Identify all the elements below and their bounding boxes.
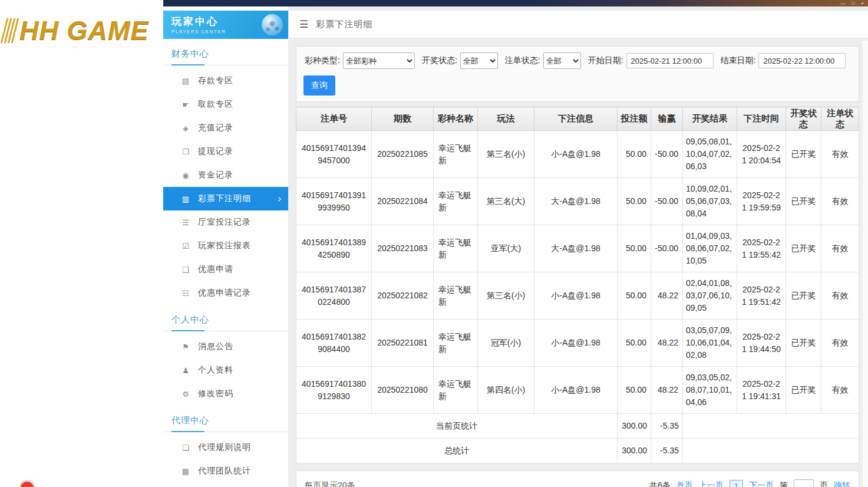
content-header: ☰ 彩票下注明细	[289, 11, 868, 38]
sidebar-item-change-password[interactable]: ⚙修改密码	[163, 382, 288, 406]
cell-bet_status: 有效	[821, 178, 859, 225]
jump-button[interactable]: 跳转	[834, 481, 850, 487]
main-content: ☰ 彩票下注明细 彩种类型: 全部彩种 开奖状态: 全部 注单状态: 全部 开始…	[289, 6, 868, 487]
cell-draw_status: 已开奖	[786, 131, 821, 178]
funds-records-icon: ◉	[181, 171, 190, 180]
cell-lottery: 幸运飞艇新	[434, 178, 478, 225]
minimize-button[interactable]: —	[840, 1, 845, 6]
end-date-input[interactable]	[758, 53, 846, 68]
query-button[interactable]: 查询	[303, 75, 335, 96]
sidebar-item-player-bet-report[interactable]: ☑玩家投注报表	[163, 234, 288, 258]
cell-time: 2025-02-21 19:44:50	[737, 320, 786, 367]
filter-row: 彩种类型: 全部彩种 开奖状态: 全部 注单状态: 全部 开始日期: 结束日期:	[303, 52, 852, 69]
jump-page-prefix: 第	[780, 481, 788, 487]
summary-amount: 300.00	[618, 414, 651, 439]
table-row: 40156917401389425089020250221083幸运飞艇新亚军(…	[296, 225, 859, 272]
cell-period: 20250221082	[372, 272, 434, 320]
lottery-type-select[interactable]: 全部彩种	[343, 52, 415, 69]
sidebar-item-withdraw-zone[interactable]: ☛取款专区	[163, 93, 288, 116]
cell-time: 2025-02-21 19:51:42	[737, 272, 786, 320]
sidebar-item-label: 代理团队统计	[198, 466, 251, 476]
cell-amount: 50.00	[618, 178, 651, 225]
recharge-records-icon: ◈	[181, 124, 190, 133]
sidebar-item-recharge-records[interactable]: ◈充值记录	[163, 116, 288, 140]
lottery-type-label: 彩种类型:	[305, 55, 340, 66]
summary-amount: 300.00	[618, 439, 651, 463]
menu-toggle-icon[interactable]: ☰	[299, 18, 308, 31]
cell-lottery: 幸运飞艇新	[434, 131, 478, 178]
cell-result: 10,09,02,01,05,06,07,03,08,04	[683, 178, 737, 225]
close-button[interactable]: ×	[861, 1, 864, 6]
cell-bet_no: 401569174013809129830	[296, 367, 372, 414]
sidebar-section-title: 个人中心	[163, 305, 288, 331]
sidebar-item-lottery-bet-details[interactable]: ▥彩票下注明细›	[163, 187, 288, 210]
cell-info: 大-A盘@1.98	[534, 178, 618, 225]
sidebar-section-title: 代理中心	[163, 406, 288, 432]
cell-result: 02,04,01,08,03,07,06,10,09,05	[683, 272, 737, 320]
cell-play: 冠军(小)	[478, 320, 534, 367]
sidebar-item-promo-application[interactable]: ❑优惠申请	[163, 258, 288, 281]
column-header-bet_status: 注单状态	[821, 107, 859, 131]
bet-status-select[interactable]: 全部	[543, 52, 581, 69]
agent-rules-icon: ❏	[181, 443, 190, 452]
cell-lottery: 幸运飞艇新	[434, 367, 478, 414]
sidebar-item-withdrawal-records[interactable]: ❒提现记录	[163, 140, 288, 163]
start-date-input[interactable]	[626, 53, 714, 68]
cell-bet_status: 有效	[821, 367, 859, 414]
sidebar-item-funds-records[interactable]: ◉资金记录	[163, 163, 288, 187]
floating-badge-icon[interactable]	[19, 480, 35, 487]
sidebar-section-title: 财务中心	[163, 39, 288, 65]
brand-logo: HH GAME	[4, 15, 149, 46]
cell-result: 09,03,05,02,08,07,10,01,04,06	[683, 367, 737, 414]
cell-winloss: 48.22	[651, 272, 683, 320]
scrollbar-track[interactable]	[863, 41, 868, 487]
chevron-right-icon: ›	[278, 193, 281, 204]
pagination-bar: 每页显示20条 共6条 首页 上一页 1 下一页 第 页 跳转	[296, 470, 859, 487]
message-announcements-icon: ⚑	[181, 343, 190, 351]
filter-panel: 彩种类型: 全部彩种 开奖状态: 全部 注单状态: 全部 开始日期: 结束日期:…	[296, 46, 859, 102]
sidebar-item-label: 优惠申请记录	[198, 288, 251, 298]
sidebar-item-deposit-zone[interactable]: ▤存款专区	[163, 69, 288, 93]
sidebar-item-promo-application-records[interactable]: ☷优惠申请记录	[163, 281, 288, 305]
promo-application-records-icon: ☷	[181, 289, 190, 298]
sidebar: 玩家中心 PLAYERS CENTER 财务中心▤存款专区☛取款专区◈充值记录❒…	[163, 6, 289, 487]
filter-button-row: 查询	[303, 75, 852, 96]
sidebar-item-hall-bet-records[interactable]: ☰厅室投注记录	[163, 210, 288, 234]
table-row: 40156917401394945700020250221085幸运飞艇新第三名…	[296, 131, 859, 178]
prev-page-link[interactable]: 上一页	[699, 481, 724, 487]
cell-info: 小-A盘@1.98	[534, 272, 618, 320]
agent-team-stats-icon: ▦	[181, 467, 190, 476]
current-page-indicator[interactable]: 1	[730, 480, 743, 487]
draw-status-select[interactable]: 全部	[460, 52, 498, 69]
cell-draw_status: 已开奖	[786, 225, 821, 272]
cell-play: 亚军(大)	[478, 225, 534, 272]
top-strip: — □ ×	[159, 0, 868, 6]
cell-bet_status: 有效	[821, 225, 859, 272]
sidebar-item-message-announcements[interactable]: ⚑消息公告	[163, 335, 288, 358]
sidebar-item-label: 个人资料	[198, 365, 233, 376]
table-row: 40156917401382908440020250221081幸运飞艇新冠军(…	[296, 320, 859, 367]
cell-time: 2025-02-21 19:55:42	[737, 225, 786, 272]
withdraw-zone-icon: ☛	[181, 100, 190, 109]
cell-play: 第三名(小)	[478, 131, 534, 178]
column-header-result: 开奖结果	[683, 107, 737, 131]
jump-page-input[interactable]	[794, 479, 814, 487]
next-page-link[interactable]: 下一页	[749, 481, 774, 487]
cell-amount: 50.00	[618, 272, 651, 320]
sidebar-item-label: 提现记录	[198, 146, 233, 157]
maximize-button[interactable]: □	[852, 1, 854, 6]
cell-time: 2025-02-21 20:04:54	[737, 131, 786, 178]
first-page-link[interactable]: 首页	[676, 481, 693, 487]
sidebar-item-label: 存款专区	[198, 75, 233, 86]
lottery-bet-details-icon: ▥	[181, 195, 190, 203]
sidebar-item-personal-profile[interactable]: ♟个人资料	[163, 358, 288, 382]
sidebar-item-agent-team-stats[interactable]: ▦代理团队统计	[163, 459, 288, 483]
sidebar-item-agent-rules[interactable]: ❏代理规则说明	[163, 436, 288, 459]
change-password-icon: ⚙	[181, 390, 190, 399]
logo-panel: HH GAME	[0, 0, 163, 487]
table-row: 40156917401380912983020250221080幸运飞艇新第四名…	[296, 367, 859, 414]
column-header-time: 下注时间	[737, 107, 786, 131]
cell-period: 20250221085	[372, 131, 434, 178]
summary-label: 当前页统计	[296, 414, 618, 439]
cell-time: 2025-02-21 19:59:59	[737, 178, 786, 225]
